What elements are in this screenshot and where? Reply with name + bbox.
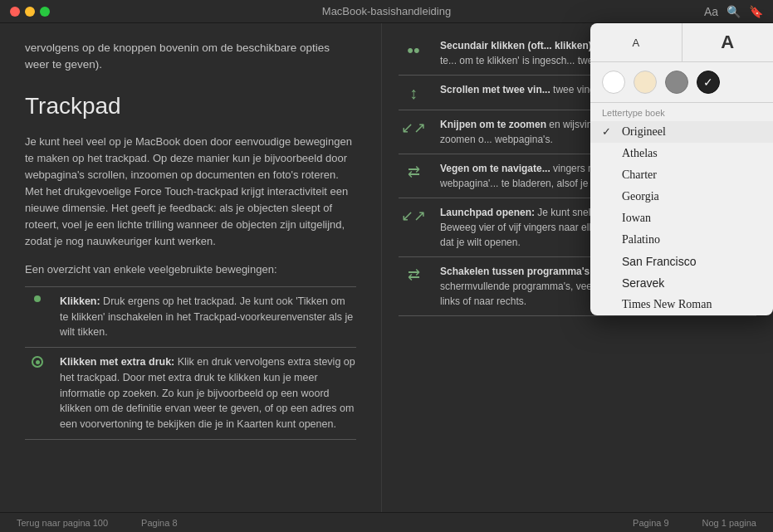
theme-check-icon: ✓ [703, 76, 713, 89]
font-name: Times New Roman [622, 298, 712, 311]
left-panel: vervolgens op de knoppen bovenin om de b… [0, 23, 382, 512]
two-finger-scroll-icon: ↕ [399, 82, 428, 103]
font-dropdown: A A ✓ Lettertype boek ✓ Origineel Athela… [590, 23, 773, 315]
list-intro: Een overzicht van enkele veelgebruikte b… [25, 261, 356, 278]
title-bar: MacBook-basishandleiding Aa 🔍 🔖 [0, 0, 773, 23]
font-name: Athelas [622, 147, 658, 160]
status-right: Pagina 9 Nog 1 pagina [633, 518, 756, 528]
bullet-dot [25, 294, 50, 302]
theme-white-button[interactable] [602, 71, 625, 94]
status-page-right: Pagina 9 [633, 518, 668, 528]
list-item: Klikken: Druk ergens op het trackpad. Je… [25, 287, 356, 348]
font-section-label: Lettertype boek [590, 103, 773, 121]
status-left: Terug naar pagina 100 Pagina 8 [17, 518, 178, 528]
pinch-icon: ↙↗ [399, 117, 428, 137]
font-option-georgia[interactable]: Georgia [590, 186, 773, 207]
bullet-circle [25, 354, 50, 368]
maximize-button[interactable] [40, 7, 50, 17]
status-back[interactable]: Terug naar pagina 100 [17, 518, 108, 528]
font-name: Iowan [622, 212, 651, 225]
theme-dark-button[interactable]: ✓ [697, 71, 720, 94]
gesture-list: Klikken: Druk ergens op het trackpad. Je… [25, 286, 356, 440]
bookmark-icon[interactable]: 🔖 [749, 5, 763, 18]
font-option-charter[interactable]: Charter [590, 164, 773, 186]
font-name: Origineel [622, 125, 666, 139]
font-option-athelas[interactable]: Athelas [590, 143, 773, 164]
font-option-seravek[interactable]: Seravek [590, 272, 773, 294]
font-option-origineel[interactable]: ✓ Origineel [590, 121, 773, 143]
scroll-icon: •• [399, 38, 428, 61]
theme-row: ✓ [590, 62, 773, 103]
font-name: San Francisco [622, 255, 696, 268]
window-title: MacBook-basishandleiding [322, 5, 451, 17]
theme-gray-button[interactable] [665, 71, 688, 94]
font-name: Seravek [622, 276, 664, 290]
status-bar: Terug naar pagina 100 Pagina 8 Pagina 9 … [0, 512, 773, 532]
list-item: Klikken met extra druk: Klik en druk ver… [25, 348, 356, 440]
switch-apps-icon: ⇄ [399, 264, 428, 284]
body-text: Je kunt heel veel op je MacBook doen doo… [25, 134, 356, 251]
font-option-iowan[interactable]: Iowan [590, 207, 773, 229]
font-option-timesnewroman[interactable]: Times New Roman [590, 294, 773, 315]
traffic-lights [10, 7, 50, 17]
theme-sepia-button[interactable] [634, 71, 657, 94]
font-name: Palatino [622, 233, 660, 246]
launchpad-icon: ↙↗ [399, 205, 428, 225]
font-size-large-button[interactable]: A [682, 23, 774, 61]
title-bar-icons: Aa 🔍 🔖 [704, 5, 763, 18]
font-option-palatino[interactable]: Palatino [590, 229, 773, 251]
swipe-icon: ⇄ [399, 161, 428, 181]
status-page-left: Pagina 8 [141, 518, 177, 528]
list-item-title: Klikken met extra druk: [60, 356, 174, 368]
section-heading: Trackpad [25, 89, 356, 124]
list-item-text: Klikken: Druk ergens op het trackpad. Je… [60, 294, 356, 340]
font-name: Georgia [622, 190, 659, 203]
font-name: Charter [622, 168, 657, 182]
font-option-sanfrancisco[interactable]: San Francisco [590, 251, 773, 272]
font-size-icon[interactable]: Aa [704, 5, 718, 18]
status-remaining: Nog 1 pagina [702, 518, 756, 528]
list-item-text: Klikken met extra druk: Klik en druk ver… [60, 354, 356, 432]
search-icon[interactable]: 🔍 [727, 5, 741, 18]
font-size-row: A A [590, 23, 773, 62]
font-check-icon: ✓ [602, 125, 615, 139]
font-size-small-button[interactable]: A [590, 23, 682, 61]
list-item-title: Klikken: [60, 295, 100, 307]
intro-text: vervolgens op de knoppen bovenin om de b… [25, 40, 356, 74]
minimize-button[interactable] [25, 7, 35, 17]
close-button[interactable] [10, 7, 20, 17]
